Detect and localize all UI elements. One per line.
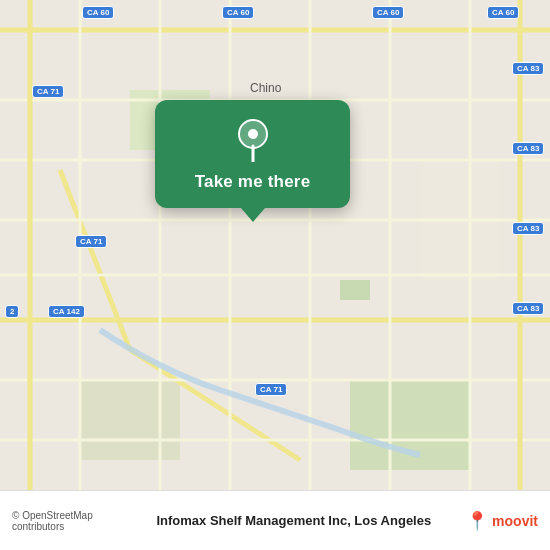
moovit-pin-icon: 📍 [466, 510, 488, 532]
highway-badge-ca60-1: CA 60 [82, 6, 114, 19]
svg-rect-3 [350, 380, 470, 470]
highway-badge-ca60-4: CA 60 [487, 6, 519, 19]
svg-rect-25 [340, 280, 370, 300]
bottom-bar: © OpenStreetMap contributors Infomax She… [0, 490, 550, 550]
highway-badge-2: 2 [5, 305, 19, 318]
highway-badge-ca71-2: CA 71 [75, 235, 107, 248]
highway-badge-ca83-2: CA 83 [512, 142, 544, 155]
map-container: Chino CA 60 CA 60 CA 60 CA 60 CA 83 CA 8… [0, 0, 550, 490]
highway-badge-ca142: CA 142 [48, 305, 85, 318]
highway-badge-ca60-3: CA 60 [372, 6, 404, 19]
place-title: Infomax Shelf Management Inc, Los Angele… [130, 513, 459, 528]
location-pin-icon [231, 118, 275, 162]
highway-badge-ca71-3: CA 71 [255, 383, 287, 396]
tooltip-card[interactable]: Take me there [155, 100, 350, 208]
take-me-there-button[interactable]: Take me there [195, 172, 311, 192]
copyright-text: © OpenStreetMap contributors [12, 510, 122, 532]
moovit-logo: 📍 moovit [466, 510, 538, 532]
highway-badge-ca71-1: CA 71 [32, 85, 64, 98]
highway-badge-ca83-1: CA 83 [512, 62, 544, 75]
svg-text:Chino: Chino [250, 81, 282, 95]
svg-point-27 [248, 129, 258, 139]
highway-badge-ca83-3: CA 83 [512, 222, 544, 235]
highway-badge-ca83-4: CA 83 [512, 302, 544, 315]
highway-badge-ca60-2: CA 60 [222, 6, 254, 19]
moovit-label: moovit [492, 513, 538, 529]
svg-rect-4 [80, 380, 180, 460]
